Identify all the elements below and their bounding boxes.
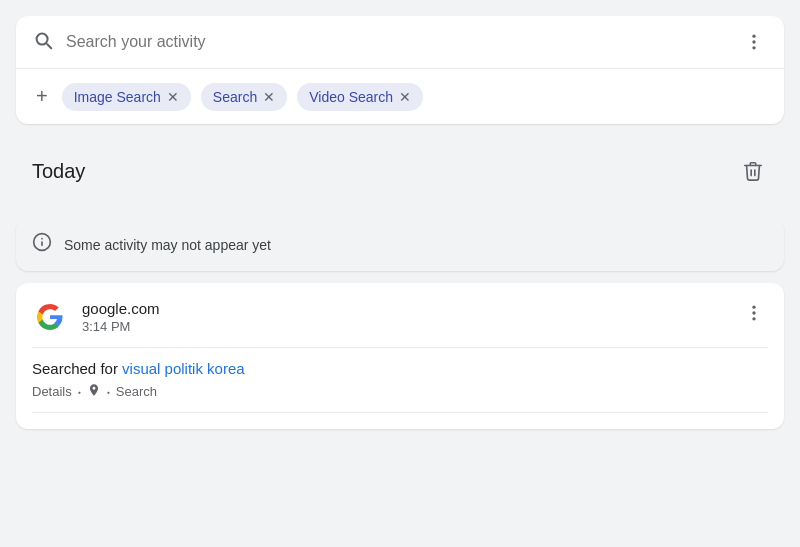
meta-dot-1: ● xyxy=(78,389,81,395)
activity-more-options-button[interactable] xyxy=(740,299,768,327)
svg-point-0 xyxy=(752,35,755,38)
filter-chip-search-label: Search xyxy=(213,89,257,105)
svg-point-9 xyxy=(752,317,755,320)
search-input[interactable] xyxy=(66,33,740,51)
activity-site-info: google.com 3:14 PM xyxy=(82,300,160,334)
delete-button[interactable] xyxy=(738,156,768,186)
activity-site-name: google.com xyxy=(82,300,160,317)
meta-dot-2: ● xyxy=(107,389,110,395)
search-row xyxy=(16,16,784,69)
searched-query-link[interactable]: visual politik korea xyxy=(122,360,245,377)
svg-point-7 xyxy=(752,306,755,309)
add-filter-button[interactable]: + xyxy=(32,81,52,112)
searched-for-prefix: Searched for xyxy=(32,360,122,377)
info-icon xyxy=(32,232,52,257)
today-section: Today xyxy=(16,136,784,206)
activity-meta: Details ● ● Search xyxy=(32,383,768,400)
activity-header: google.com 3:14 PM xyxy=(32,299,768,335)
more-options-button[interactable] xyxy=(740,28,768,56)
activity-time: 3:14 PM xyxy=(82,319,160,334)
filter-chip-video-search-label: Video Search xyxy=(309,89,393,105)
svg-point-1 xyxy=(752,40,755,43)
filter-chip-video-search[interactable]: Video Search ✕ xyxy=(297,83,423,111)
activity-card: google.com 3:14 PM Searched for visual p… xyxy=(16,283,784,429)
filter-chip-video-search-close[interactable]: ✕ xyxy=(399,90,411,104)
search-icon xyxy=(32,29,54,55)
activity-header-left: google.com 3:14 PM xyxy=(32,299,160,335)
location-pin-icon xyxy=(87,383,101,400)
filter-chip-image-search-close[interactable]: ✕ xyxy=(167,90,179,104)
svg-point-2 xyxy=(752,46,755,49)
filter-row: + Image Search ✕ Search ✕ Video Search ✕ xyxy=(16,69,784,124)
today-label: Today xyxy=(32,160,85,183)
filter-chip-search[interactable]: Search ✕ xyxy=(201,83,287,111)
bottom-divider xyxy=(32,412,768,413)
svg-point-8 xyxy=(752,311,755,314)
details-link[interactable]: Details xyxy=(32,384,72,399)
search-bar-card: + Image Search ✕ Search ✕ Video Search ✕ xyxy=(16,16,784,124)
activity-search-label: Search xyxy=(116,384,157,399)
filter-chip-image-search-label: Image Search xyxy=(74,89,161,105)
activity-searched-label: Searched for visual politik korea xyxy=(32,360,768,377)
activity-body: Searched for visual politik korea Detail… xyxy=(32,360,768,404)
notice-text: Some activity may not appear yet xyxy=(64,237,271,253)
activity-divider xyxy=(32,347,768,348)
google-logo-icon xyxy=(32,299,68,335)
notice-card: Some activity may not appear yet xyxy=(16,218,784,271)
filter-chip-image-search[interactable]: Image Search ✕ xyxy=(62,83,191,111)
filter-chip-search-close[interactable]: ✕ xyxy=(263,90,275,104)
